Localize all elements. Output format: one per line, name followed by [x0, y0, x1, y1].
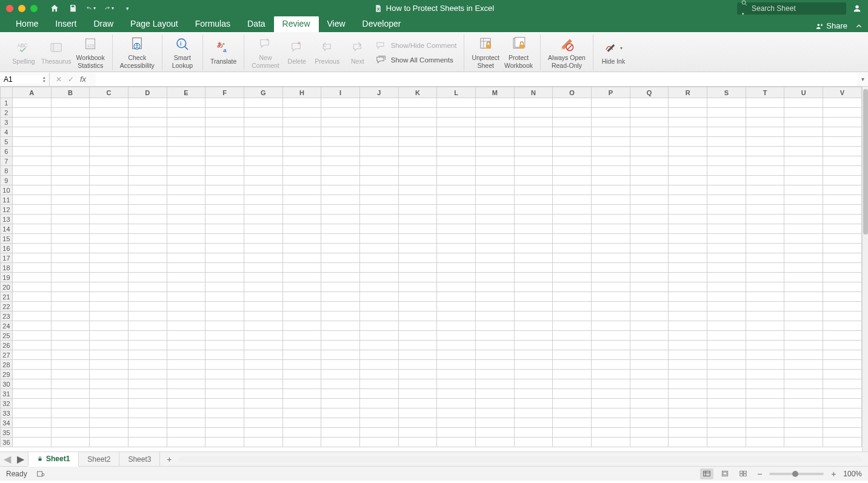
cell[interactable] — [514, 341, 553, 350]
cell[interactable] — [746, 389, 784, 399]
cell[interactable] — [167, 127, 205, 137]
cell[interactable] — [514, 244, 553, 253]
column-header[interactable]: K — [398, 87, 437, 98]
cell[interactable] — [437, 331, 476, 341]
cell[interactable] — [90, 195, 129, 205]
cell[interactable] — [51, 244, 90, 253]
cell[interactable] — [591, 176, 630, 185]
cell[interactable] — [205, 185, 244, 195]
cell[interactable] — [205, 379, 244, 389]
cell[interactable] — [591, 292, 630, 302]
cell[interactable] — [359, 428, 398, 438]
cell[interactable] — [746, 108, 784, 118]
cell[interactable] — [591, 418, 630, 428]
cell[interactable] — [437, 341, 476, 350]
tab-review[interactable]: Review — [274, 16, 319, 32]
cell[interactable] — [475, 389, 514, 399]
cell[interactable] — [167, 370, 205, 379]
cell[interactable] — [12, 302, 51, 311]
cell[interactable] — [630, 253, 669, 263]
cell[interactable] — [244, 234, 282, 244]
cell[interactable] — [398, 311, 437, 321]
cell[interactable] — [630, 428, 669, 438]
cell[interactable] — [669, 224, 707, 234]
row-header[interactable]: 28 — [1, 360, 13, 370]
cell[interactable] — [90, 185, 129, 195]
cell[interactable] — [437, 370, 476, 379]
cell[interactable] — [51, 118, 90, 127]
row-header[interactable]: 14 — [1, 224, 13, 234]
cell[interactable] — [398, 185, 437, 195]
cell[interactable] — [630, 98, 669, 108]
show-hide-comment-button[interactable]: Show/Hide Comment — [373, 39, 459, 52]
cell[interactable] — [128, 215, 167, 224]
cell[interactable] — [669, 147, 707, 156]
cell[interactable] — [746, 98, 784, 108]
cell[interactable] — [51, 428, 90, 438]
cell[interactable] — [51, 331, 90, 341]
cell[interactable] — [51, 418, 90, 428]
cell[interactable] — [591, 244, 630, 253]
row-header[interactable]: 4 — [1, 127, 13, 137]
cell[interactable] — [12, 156, 51, 166]
cell[interactable] — [359, 311, 398, 321]
cell[interactable] — [591, 360, 630, 370]
cell[interactable] — [553, 98, 592, 108]
cell[interactable] — [51, 360, 90, 370]
cell[interactable] — [282, 176, 321, 185]
cell[interactable] — [90, 273, 129, 282]
cell[interactable] — [282, 321, 321, 331]
cell[interactable] — [128, 244, 167, 253]
check-accessibility-button[interactable]: Check Accessibility — [118, 35, 157, 70]
cell[interactable] — [514, 273, 553, 282]
cell[interactable] — [475, 292, 514, 302]
cell[interactable] — [784, 389, 823, 399]
cell[interactable] — [630, 224, 669, 234]
cell[interactable] — [167, 224, 205, 234]
cell[interactable] — [630, 234, 669, 244]
cell[interactable] — [823, 195, 862, 205]
cell[interactable] — [437, 176, 476, 185]
row-header[interactable]: 11 — [1, 195, 13, 205]
cell[interactable] — [475, 253, 514, 263]
cell[interactable] — [784, 244, 823, 253]
cell[interactable] — [167, 292, 205, 302]
cell[interactable] — [707, 389, 746, 399]
cell[interactable] — [823, 253, 862, 263]
cell[interactable] — [630, 438, 669, 447]
cell[interactable] — [514, 147, 553, 156]
cell[interactable] — [321, 399, 360, 408]
cell[interactable] — [669, 273, 707, 282]
cell[interactable] — [707, 331, 746, 341]
cell[interactable] — [321, 350, 360, 360]
cell[interactable] — [244, 156, 282, 166]
cell[interactable] — [437, 263, 476, 273]
cell[interactable] — [591, 234, 630, 244]
cell[interactable] — [746, 244, 784, 253]
sheet-tab-sheet2[interactable]: Sheet2 — [79, 452, 119, 467]
cell[interactable] — [630, 292, 669, 302]
cell[interactable] — [784, 379, 823, 389]
cell[interactable] — [669, 205, 707, 215]
cell[interactable] — [128, 273, 167, 282]
cell[interactable] — [244, 253, 282, 263]
cell[interactable] — [437, 282, 476, 292]
cell[interactable] — [51, 389, 90, 399]
cell[interactable] — [244, 137, 282, 147]
cell[interactable] — [167, 205, 205, 215]
cell[interactable] — [167, 147, 205, 156]
cell[interactable] — [51, 166, 90, 176]
cell[interactable] — [167, 331, 205, 341]
cell[interactable] — [514, 311, 553, 321]
cell[interactable] — [669, 244, 707, 253]
cell[interactable] — [630, 360, 669, 370]
cell[interactable] — [823, 137, 862, 147]
cell[interactable] — [707, 215, 746, 224]
cell[interactable] — [51, 311, 90, 321]
cell[interactable] — [90, 292, 129, 302]
row-header[interactable]: 23 — [1, 311, 13, 321]
cell[interactable] — [823, 408, 862, 418]
unprotect-sheet-button[interactable]: Unprotect Sheet — [469, 35, 502, 70]
cell[interactable] — [398, 156, 437, 166]
cancel-formula-icon[interactable]: ✕ — [56, 75, 62, 84]
